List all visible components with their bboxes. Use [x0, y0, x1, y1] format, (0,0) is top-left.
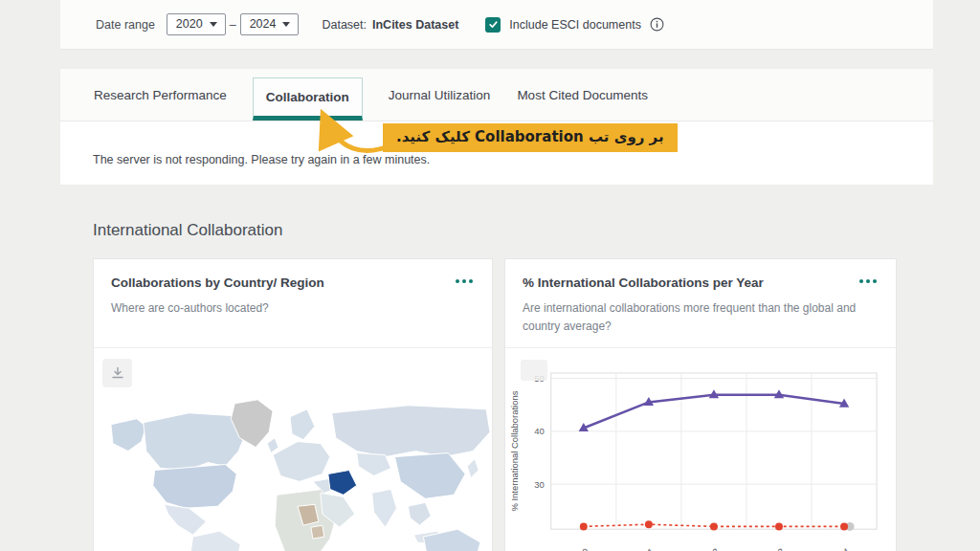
- card-header: % International Collaborations per Year …: [505, 259, 896, 347]
- dataset-value: InCites Dataset: [372, 18, 458, 32]
- south-america-region: [191, 531, 241, 551]
- iran-region-highlighted[interactable]: [328, 470, 357, 495]
- download-button-faded[interactable]: [521, 360, 547, 381]
- svg-text:2020: 2020: [568, 546, 590, 551]
- chart-body: 30405020202021202220232024% Internationa…: [505, 347, 896, 551]
- caret-down-icon: [210, 22, 217, 27]
- line-chart[interactable]: 30405020202021202220232024% Internationa…: [505, 348, 896, 551]
- international-collaborations-chart-card: % International Collaborations per Year …: [504, 258, 897, 551]
- server-error-message: The server is not responding. Please try…: [93, 153, 933, 166]
- india-region: [372, 489, 397, 527]
- tab-most-cited-documents[interactable]: Most Cited Documents: [516, 69, 649, 121]
- dataset-info: Dataset:InCites Dataset: [322, 18, 458, 32]
- svg-text:2021: 2021: [633, 546, 656, 551]
- ellipsis-menu-icon[interactable]: [858, 276, 879, 287]
- date-from-value: 2020: [176, 17, 203, 31]
- date-to-select[interactable]: 2024: [240, 13, 300, 35]
- download-button[interactable]: [102, 359, 132, 387]
- annotation-callout: بر روی تب Collaboration کلیک کنید.: [383, 123, 678, 152]
- card-subtitle: Where are co-authors located?: [111, 299, 456, 318]
- alaska-region: [111, 419, 146, 452]
- esci-checkbox-group[interactable]: Include ESCI documents: [485, 17, 641, 33]
- esci-label: Include ESCI documents: [509, 18, 641, 32]
- checkmark-icon: [488, 19, 499, 30]
- date-range-separator: –: [230, 18, 236, 32]
- europe-region: [273, 442, 330, 482]
- download-icon: [111, 366, 124, 380]
- incites-dashboard: Date range 2020 – 2024 Dataset:InCites D…: [0, 0, 980, 551]
- card-subtitle: Are international collaborations more fr…: [523, 299, 867, 335]
- filter-bar: Date range 2020 – 2024 Dataset:InCites D…: [60, 0, 933, 50]
- tab-research-performance[interactable]: Research Performance: [93, 69, 228, 121]
- svg-text:2024: 2024: [829, 546, 852, 551]
- usa-region: [153, 465, 237, 509]
- svg-text:2023: 2023: [764, 546, 787, 551]
- africa-patch: [311, 525, 324, 539]
- esci-checkbox[interactable]: [485, 17, 501, 33]
- world-map[interactable]: [94, 348, 492, 551]
- caret-down-icon: [282, 22, 290, 27]
- date-to-value: 2024: [250, 17, 277, 31]
- tab-row: Research Performance Collaboration Journ…: [60, 69, 933, 121]
- card-title: Collaborations by Country/ Region: [111, 276, 324, 290]
- uk-region: [267, 438, 278, 453]
- collaborations-by-country-card: Collaborations by Country/ Region Where …: [93, 258, 493, 551]
- ellipsis-menu-icon[interactable]: [454, 276, 475, 287]
- svg-text:40: 40: [534, 426, 545, 436]
- date-from-select[interactable]: 2020: [167, 13, 226, 35]
- svg-text:2022: 2022: [699, 546, 722, 551]
- russia-region: [332, 406, 490, 457]
- card-header: Collaborations by Country/ Region Where …: [94, 259, 492, 347]
- dataset-label: Dataset:: [322, 18, 367, 32]
- china-region: [394, 453, 465, 499]
- svg-text:30: 30: [534, 479, 545, 490]
- info-icon[interactable]: [650, 17, 664, 32]
- canada-region: [144, 413, 246, 471]
- central-asia-region: [357, 453, 391, 476]
- mexico-region: [165, 504, 207, 535]
- svg-text:% International Collaborations: % International Collaborations: [509, 390, 520, 511]
- tab-journal-utilization[interactable]: Journal Utilization: [388, 69, 492, 121]
- map-body: [94, 347, 492, 551]
- southeast-asia-region: [408, 502, 431, 525]
- japan-region: [467, 459, 479, 478]
- card-title: % International Collaborations per Year: [523, 276, 764, 290]
- section-title: International Collaboration: [93, 221, 282, 240]
- date-range-label: Date range: [96, 18, 155, 32]
- scandinavia-region: [290, 409, 315, 440]
